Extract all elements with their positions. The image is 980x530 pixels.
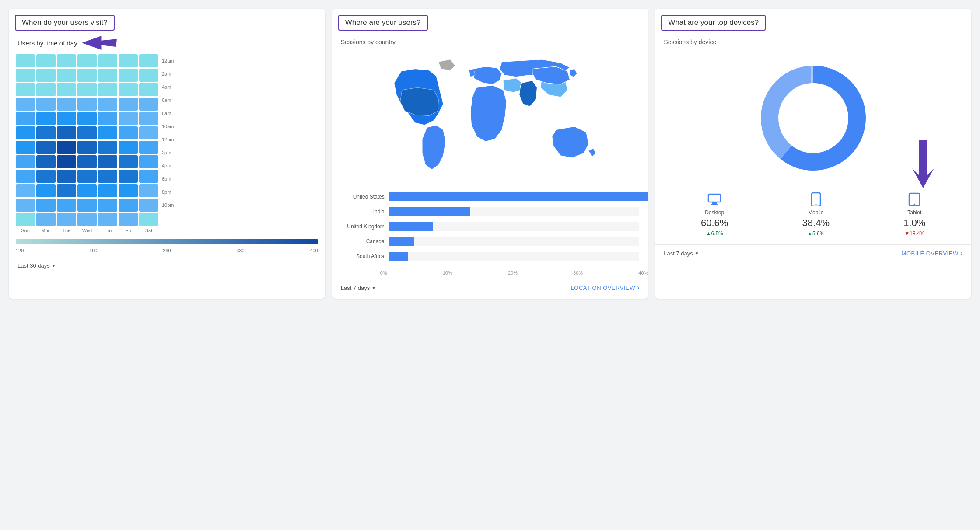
- heatmap-cell: [139, 141, 158, 154]
- question-time: When do your users visit?: [15, 15, 115, 31]
- bar-label: South Africa: [341, 253, 385, 259]
- time-label: 8am: [162, 107, 174, 120]
- heatmap-cell: [16, 112, 35, 125]
- heatmap-cell: [77, 83, 97, 96]
- axis-label: 40%: [638, 270, 648, 275]
- axis-label: 30%: [573, 270, 583, 275]
- location-link-text[interactable]: LOCATION OVERVIEW: [571, 285, 635, 291]
- heatmap-cell: [77, 69, 97, 82]
- heatmap-cell: [139, 69, 158, 82]
- heatmap-cell: [57, 83, 76, 96]
- heatmap-cell: [16, 69, 35, 82]
- donut-area: [655, 48, 971, 184]
- bar-fill: [389, 207, 470, 216]
- card3-footer[interactable]: Last 7 days ▼ MOBILE OVERVIEW ›: [655, 244, 971, 257]
- time-label: 2am: [162, 67, 174, 80]
- heatmap-cell: [119, 184, 138, 197]
- bar-label: India: [341, 209, 385, 215]
- day-labels: SunMonTueWedThuFriSat: [9, 226, 325, 235]
- location-link[interactable]: LOCATION OVERVIEW ›: [571, 284, 640, 292]
- mobile-icon: [811, 192, 821, 208]
- device-col-desktop: Desktop60.6%▲6.5%: [701, 192, 728, 237]
- bar-fill: [389, 237, 414, 246]
- world-map-area: [332, 48, 648, 188]
- time-label: 6am: [162, 94, 174, 107]
- card1-footer[interactable]: Last 30 days ▼: [9, 258, 325, 269]
- day-label: Sat: [139, 228, 158, 233]
- day-label: Thu: [98, 228, 117, 233]
- legend-mid1: 190: [89, 248, 97, 253]
- heatmap-cell: [16, 126, 35, 139]
- device-change-desktop: ▲6.5%: [706, 230, 723, 237]
- bar-label: United States: [341, 194, 385, 200]
- heatmap-cell: [98, 155, 117, 168]
- heatmap-cell: [119, 112, 138, 125]
- card3-title: Sessions by device: [655, 35, 971, 48]
- heatmap-cell: [16, 155, 35, 168]
- heatmap-cell: [98, 126, 117, 139]
- device-pct-desktop: 60.6%: [701, 217, 728, 229]
- heatmap-cell: [119, 54, 138, 67]
- day-label: Sun: [16, 228, 35, 233]
- time-label: 2pm: [162, 146, 174, 159]
- heatmap-cell: [36, 170, 56, 183]
- mobile-link[interactable]: MOBILE OVERVIEW ›: [902, 249, 962, 257]
- donut-chart: [752, 57, 875, 179]
- device-name-tablet: Tablet: [907, 209, 921, 216]
- heatmap-cell: [16, 141, 35, 154]
- device-name-mobile: Mobile: [808, 209, 823, 216]
- heatmap-cell: [57, 184, 76, 197]
- card2-footer-left[interactable]: Last 7 days ▼: [341, 285, 376, 291]
- card2-title: Sessions by country: [332, 35, 648, 48]
- heatmap-cell: [98, 69, 117, 82]
- time-label: 8pm: [162, 185, 174, 199]
- chevron-right-icon[interactable]: ›: [637, 284, 639, 292]
- title-row-time: Users by time of day: [9, 35, 325, 51]
- heatmap-cell: [16, 184, 35, 197]
- chevron-right-icon2[interactable]: ›: [960, 249, 962, 257]
- day-label: Mon: [36, 228, 56, 233]
- arrow-left-icon: [82, 35, 117, 51]
- heatmap-cell: [57, 98, 76, 111]
- world-map-svg: [341, 52, 640, 184]
- svg-point-11: [914, 204, 915, 205]
- legend-min: 120: [16, 248, 24, 253]
- bar-label: Canada: [341, 238, 385, 244]
- heatmap-cell: [77, 98, 97, 111]
- time-label: 4pm: [162, 159, 174, 172]
- bar-row: United States: [341, 192, 640, 201]
- heatmap-cell: [36, 126, 56, 139]
- card2-footer[interactable]: Last 7 days ▼ LOCATION OVERVIEW ›: [332, 279, 648, 292]
- heatmap-cell: [119, 69, 138, 82]
- heatmap-cell: [98, 54, 117, 67]
- heatmap-cell: [77, 213, 97, 226]
- bar-fill: [389, 222, 433, 231]
- heatmap-cell: [16, 83, 35, 96]
- bar-axis: 0%10%20%30%40%: [332, 270, 648, 275]
- day-label: Tue: [57, 228, 76, 233]
- heatmap-cell: [139, 54, 158, 67]
- tablet-icon: [908, 192, 920, 208]
- mobile-link-text[interactable]: MOBILE OVERVIEW: [902, 250, 959, 257]
- heatmap-cell: [57, 141, 76, 154]
- heatmap-cell: [119, 141, 138, 154]
- legend-max: 400: [310, 248, 318, 253]
- heatmap-cell: [98, 199, 117, 212]
- heatmap-container: 12am2am4am6am8am10am12pm2pm4pm6pm8pm10pm: [9, 54, 325, 226]
- heatmap-cell: [36, 141, 56, 154]
- heatmap-cell: [77, 126, 97, 139]
- bar-track: [389, 192, 640, 201]
- arrow-down-icon: [901, 140, 936, 192]
- heatmap-cell: [36, 54, 56, 67]
- heatmap-grid: [16, 54, 158, 226]
- heatmap-cell: [57, 54, 76, 67]
- card1-title: Users by time of day: [18, 39, 77, 47]
- heatmap-cell: [57, 126, 76, 139]
- heatmap-cell: [36, 213, 56, 226]
- card1-footer-text: Last 30 days: [18, 262, 50, 269]
- axis-label: 0%: [380, 270, 387, 275]
- heatmap-cell: [36, 98, 56, 111]
- bar-track: [389, 252, 640, 261]
- card3-footer-left[interactable]: Last 7 days ▼: [664, 250, 699, 257]
- heatmap-cell: [57, 155, 76, 168]
